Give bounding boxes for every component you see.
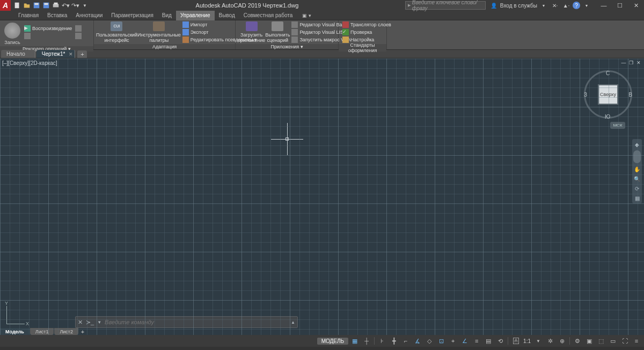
menu-output[interactable]: Вывод bbox=[215, 11, 239, 20]
command-line[interactable]: ✕ ≻_ ▼ ▲ bbox=[75, 316, 298, 328]
viewcube-face[interactable]: Сверху bbox=[599, 85, 617, 104]
doc-restore-icon[interactable]: ❐ bbox=[628, 60, 634, 66]
qat-new-icon[interactable] bbox=[13, 1, 21, 10]
exchange-icon[interactable]: ✕· bbox=[550, 1, 560, 10]
status-scale-label[interactable]: 1:1 bbox=[522, 338, 532, 344]
menu-manage[interactable]: Управление bbox=[176, 11, 215, 20]
svg-rect-4 bbox=[45, 3, 48, 5]
palettes-button[interactable]: Инструментальные палитры bbox=[137, 21, 181, 43]
script-icon bbox=[272, 21, 283, 31]
app-logo[interactable]: A bbox=[0, 0, 11, 11]
nav-fullnav-icon[interactable]: ◆ bbox=[633, 141, 641, 148]
status-workspace-icon[interactable]: ⚙ bbox=[572, 336, 583, 346]
status-iso-icon[interactable]: ◇ bbox=[424, 336, 435, 346]
menu-featured[interactable]: ▣ ▾ bbox=[299, 13, 314, 18]
qat-redo-icon[interactable]: ↷▾ bbox=[71, 1, 79, 10]
status-3dosnap-icon[interactable]: ⌖ bbox=[448, 336, 458, 346]
menu-home[interactable]: Главная bbox=[14, 11, 43, 20]
modelspace-badge[interactable]: МОДЕЛЬ bbox=[317, 338, 348, 345]
check-button[interactable]: ✓Проверка bbox=[342, 29, 391, 36]
window-title: Autodesk AutoCAD 2019 Чертеж1.dwg bbox=[89, 2, 405, 9]
doc-minimize-icon[interactable]: — bbox=[620, 60, 627, 66]
qat-undo-icon[interactable]: ↶▾ bbox=[61, 1, 70, 10]
status-snap-icon[interactable]: ┼ bbox=[361, 336, 372, 346]
close-button[interactable]: ✕ bbox=[628, 0, 644, 11]
status-cycle-icon[interactable]: ⟲ bbox=[495, 336, 506, 346]
svg-rect-2 bbox=[35, 3, 39, 5]
tab-drawing1[interactable]: Чертеж1*✕ bbox=[36, 50, 76, 58]
recorder-pref-button[interactable] bbox=[24, 33, 72, 40]
status-grid-icon[interactable]: ▦ bbox=[349, 336, 360, 346]
nav-pan-icon[interactable]: ✋ bbox=[633, 165, 641, 173]
minimize-button[interactable]: — bbox=[596, 0, 612, 11]
status-cleanscreen-icon[interactable]: ⛶ bbox=[619, 336, 630, 346]
signin-dropdown-icon[interactable]: ▼ bbox=[539, 1, 548, 10]
status-scale-dropdown-icon[interactable]: ▼ bbox=[533, 336, 544, 346]
menu-collab[interactable]: Совместная работа bbox=[239, 11, 297, 20]
menu-insert[interactable]: Вставка bbox=[43, 11, 71, 20]
play-icon: ▶ bbox=[24, 25, 31, 32]
nav-wheel-icon[interactable] bbox=[633, 150, 641, 163]
qat-more-icon[interactable]: ▼ bbox=[80, 1, 89, 10]
record-button[interactable] bbox=[4, 23, 20, 39]
check-icon: ✓ bbox=[342, 29, 349, 35]
nav-zoom-icon[interactable]: 🔍 bbox=[633, 175, 641, 183]
adaptation-panel-title: Адаптация bbox=[94, 44, 235, 49]
status-osnap-icon[interactable]: ⊡ bbox=[436, 336, 447, 346]
lisp-icon bbox=[291, 29, 298, 35]
qat-save-icon[interactable] bbox=[32, 1, 41, 10]
menu-view[interactable]: Вид bbox=[158, 11, 176, 20]
export-icon bbox=[182, 29, 189, 35]
nav-showmotion-icon[interactable]: ▦ bbox=[633, 194, 641, 202]
cmd-chevron-icon[interactable]: ▼ bbox=[97, 320, 101, 325]
status-ortho-icon[interactable]: ⌐ bbox=[400, 336, 411, 346]
recorder-btn2[interactable] bbox=[75, 25, 82, 32]
status-otrack-icon[interactable]: ∠ bbox=[459, 336, 470, 346]
standards-panel-title: Стандарты оформления bbox=[339, 44, 386, 52]
nav-orbit-icon[interactable]: ⟳ bbox=[633, 185, 641, 192]
recorder-btn3[interactable] bbox=[75, 33, 82, 40]
option2-icon bbox=[75, 33, 82, 39]
tab-add-button[interactable]: + bbox=[77, 50, 87, 58]
viewport-label[interactable]: [–][Сверху][2D-каркас] bbox=[2, 60, 57, 66]
signin-icon[interactable]: 👤 bbox=[489, 1, 499, 10]
status-lwt-icon[interactable]: ≡ bbox=[471, 336, 482, 346]
qat-plot-icon[interactable] bbox=[52, 1, 60, 10]
status-transparency-icon[interactable]: ▤ bbox=[483, 336, 494, 346]
macro-icon bbox=[291, 37, 298, 43]
layertrans-button[interactable]: Транслятор слоев bbox=[342, 21, 391, 28]
menu-parametric[interactable]: Параметризация bbox=[107, 11, 158, 20]
svg-rect-5 bbox=[53, 4, 59, 7]
status-polar-icon[interactable]: ∡ bbox=[412, 336, 423, 346]
qat-open-icon[interactable] bbox=[23, 1, 31, 10]
status-dyn-icon[interactable]: ╋ bbox=[389, 336, 399, 346]
menu-annotate[interactable]: Аннотации bbox=[71, 11, 107, 20]
loadapp-button[interactable]: Загрузить приложение bbox=[238, 21, 265, 43]
status-custom-icon[interactable]: ≡ bbox=[631, 336, 642, 346]
status-units-icon[interactable]: ⬚ bbox=[596, 336, 606, 346]
playback-button[interactable]: ▶Воспроизведение bbox=[24, 25, 72, 32]
doc-close-icon[interactable]: ✕ bbox=[635, 60, 642, 66]
drawing-canvas[interactable]: [–][Сверху][2D-каркас] — ❐ ✕ Y X Сверху … bbox=[0, 59, 644, 335]
maximize-button[interactable]: ☐ bbox=[612, 0, 628, 11]
apps-panel-title[interactable]: Приложения ▾ bbox=[236, 44, 338, 49]
status-monitor-icon[interactable]: ▣ bbox=[584, 336, 595, 346]
signin-label[interactable]: Вход в службы bbox=[500, 1, 537, 10]
status-qprop-icon[interactable]: ▭ bbox=[608, 336, 618, 346]
qat-saveas-icon[interactable] bbox=[42, 1, 50, 10]
a360-icon[interactable]: ▲· bbox=[561, 1, 571, 10]
script-button[interactable]: Выполнить сценарий bbox=[265, 21, 290, 43]
help-icon[interactable]: ? bbox=[573, 2, 580, 9]
status-annovis-icon[interactable]: ✲ bbox=[545, 336, 555, 346]
status-autoscale-icon[interactable]: ⊕ bbox=[557, 336, 567, 346]
tab-start[interactable]: Начало bbox=[1, 50, 35, 58]
wcs-badge[interactable]: МСК bbox=[610, 122, 625, 129]
loadapp-icon bbox=[246, 21, 258, 31]
status-infer-icon[interactable]: ⊦ bbox=[377, 336, 387, 346]
tab-close-icon[interactable]: ✕ bbox=[69, 52, 73, 57]
status-annoscale-icon[interactable]: 🄰 bbox=[510, 336, 521, 346]
help-dropdown-icon[interactable]: ▼ bbox=[582, 1, 591, 10]
cmd-recent-icon[interactable]: ▲ bbox=[291, 320, 295, 325]
search-input[interactable]: Введите ключевое слово/фразу bbox=[405, 1, 486, 10]
cui-button[interactable]: CUI Пользовательский интерфейс bbox=[96, 21, 137, 43]
